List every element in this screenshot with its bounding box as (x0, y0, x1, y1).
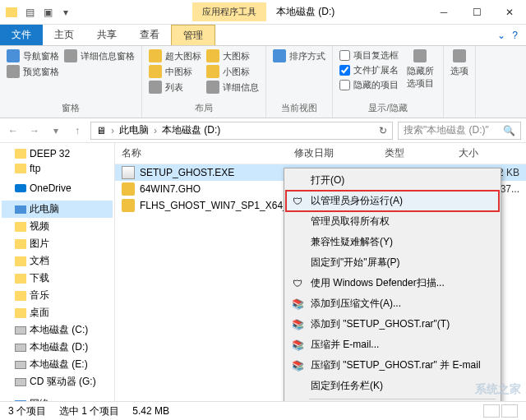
breadcrumb[interactable]: 🖥 › 此电脑 › 本地磁盘 (D:) ↻ (90, 122, 393, 140)
preview-pane-button[interactable]: 预览窗格 (7, 65, 59, 78)
hide-icon (413, 49, 427, 62)
nav-pane-button[interactable]: 导航窗格 (7, 49, 59, 62)
ctx-run-as-admin[interactable]: 🛡以管理员身份运行(A) (286, 191, 499, 211)
chk-item-checkboxes[interactable]: 项目复选框 (339, 49, 399, 62)
layout-large-icon[interactable]: 大图标 (206, 49, 259, 62)
back-button[interactable]: ← (5, 125, 21, 136)
tree-pictures[interactable]: 图片 (2, 235, 113, 252)
ctx-compat-troubleshoot[interactable]: 兼容性疑难解答(Y) (286, 232, 499, 252)
layout-xlarge-icon[interactable]: 超大图标 (149, 49, 201, 62)
ctx-compress-rar-email[interactable]: 📚压缩到 "SETUP_GHOST.rar" 并 E-mail (286, 355, 499, 376)
tree-network[interactable]: 网络 (2, 395, 113, 401)
chk-hidden-items[interactable]: 隐藏的项目 (339, 79, 399, 91)
quick-access-toolbar: ▤ ▣ ▾ (0, 4, 77, 21)
tab-home[interactable]: 主页 (43, 25, 85, 45)
status-bar: 3 个项目 选中 1 个项目 5.42 MB (0, 401, 526, 420)
tree-cd-drive[interactable]: CD 驱动器 (G:) (2, 373, 113, 390)
col-type[interactable]: 类型 (385, 146, 459, 160)
ribbon: 导航窗格 预览窗格 详细信息窗格 窗格 超大图标 中图标 列表 大图标 小图标 … (0, 46, 526, 118)
ribbon-group-panes: 导航窗格 预览窗格 详细信息窗格 窗格 (0, 46, 142, 118)
window-title: 本地磁盘 (D:) (276, 5, 335, 19)
tab-file[interactable]: 文件 (0, 25, 43, 45)
col-size[interactable]: 大小 (459, 146, 519, 160)
options-button[interactable]: 选项 (450, 65, 468, 77)
shield-icon: 🛡 (291, 195, 304, 208)
tree-drive-e[interactable]: 本地磁盘 (E:) (2, 356, 113, 373)
ribbon-group-layout: 超大图标 中图标 列表 大图标 小图标 详细信息 布局 (142, 46, 266, 118)
archive-icon: 📚 (291, 339, 304, 352)
context-tools-label: 应用程序工具 (192, 2, 266, 21)
up-button[interactable]: ↑ (69, 125, 85, 136)
address-bar: ← → ▾ ↑ 🖥 › 此电脑 › 本地磁盘 (D:) ↻ 搜索"本地磁盘 (D… (0, 118, 526, 143)
svg-rect-0 (6, 7, 17, 17)
tree-drive-d[interactable]: 本地磁盘 (D:) (2, 339, 113, 356)
ribbon-group-current: 排序方式 当前视图 (266, 46, 333, 118)
layout-small-icon[interactable]: 小图标 (206, 65, 259, 78)
ctx-take-ownership[interactable]: 管理员取得所有权 (286, 211, 499, 232)
ctx-add-archive[interactable]: 📚添加到压缩文件(A)... (286, 293, 499, 314)
sort-button[interactable]: 排序方式 (273, 49, 325, 62)
archive-icon: 📚 (291, 359, 304, 372)
gho-icon (122, 199, 135, 212)
ctx-separator (309, 399, 496, 399)
ctx-pin-start[interactable]: 固定到"开始"屏幕(P) (286, 252, 499, 273)
recent-dropdown-icon[interactable]: ▾ (48, 125, 64, 136)
layout-medium-icon[interactable]: 中图标 (149, 65, 201, 78)
ctx-compress-email[interactable]: 📚压缩并 E-mail... (286, 335, 499, 355)
maximize-button[interactable]: ☐ (460, 0, 493, 25)
col-name[interactable]: 名称 (122, 146, 294, 160)
tree-ftp[interactable]: ftp (2, 161, 113, 176)
view-icons-button[interactable] (501, 404, 518, 418)
view-details-button[interactable] (483, 404, 500, 418)
expand-ribbon-icon[interactable]: ⌄ (497, 30, 505, 41)
title-bar: ▤ ▣ ▾ 应用程序工具 本地磁盘 (D:) ─ ☐ ✕ (0, 0, 526, 25)
status-size: 5.42 MB (132, 405, 169, 417)
chk-file-ext[interactable]: 文件扩展名 (339, 64, 399, 76)
search-placeholder: 搜索"本地磁盘 (D:)" (404, 123, 489, 137)
forward-button[interactable]: → (26, 125, 43, 136)
col-date[interactable]: 修改日期 (294, 146, 385, 160)
tree-docs[interactable]: 文档 (2, 252, 113, 270)
defender-icon: 🛡 (291, 277, 304, 290)
ctx-add-rar[interactable]: 📚添加到 "SETUP_GHOST.rar"(T) (286, 314, 499, 335)
crumb-pc[interactable]: 此电脑 (119, 123, 149, 137)
ctx-open[interactable]: 打开(O) (286, 170, 499, 191)
minimize-button[interactable]: ─ (427, 0, 460, 25)
qat-dropdown-icon[interactable]: ▾ (58, 4, 74, 21)
tab-share[interactable]: 共享 (85, 25, 128, 45)
tree-desktop[interactable]: 桌面 (2, 304, 113, 321)
tree-this-pc[interactable]: 此电脑 (2, 201, 113, 218)
nav-tree[interactable]: DEEP 32 ftp OneDrive 此电脑 视频 图片 文档 下载 音乐 … (0, 143, 115, 401)
status-selection: 选中 1 个项目 (59, 404, 119, 418)
layout-details[interactable]: 详细信息 (206, 81, 259, 94)
refresh-icon[interactable]: ↻ (379, 125, 387, 136)
column-headers[interactable]: 名称 修改日期 类型 大小 (115, 143, 526, 164)
tab-manage[interactable]: 管理 (171, 25, 215, 45)
ctx-defender-scan[interactable]: 🛡使用 Windows Defender扫描... (286, 273, 499, 293)
tree-drive-c[interactable]: 本地磁盘 (C:) (2, 321, 113, 339)
archive-icon: 📚 (291, 318, 304, 331)
tab-view[interactable]: 查看 (128, 25, 171, 45)
ribbon-tabs: 文件 主页 共享 查看 管理 ⌄ ? (0, 25, 526, 46)
properties-icon[interactable]: ▤ (21, 4, 38, 21)
pc-icon: 🖥 (96, 125, 106, 136)
archive-icon: 📚 (291, 298, 304, 311)
exe-icon (122, 166, 135, 179)
options-icon (453, 49, 466, 62)
search-input[interactable]: 搜索"本地磁盘 (D:)" 🔍 (398, 122, 521, 140)
tree-onedrive[interactable]: OneDrive (2, 181, 113, 196)
tree-music[interactable]: 音乐 (2, 287, 113, 304)
help-icon[interactable]: ? (512, 30, 518, 41)
tree-video[interactable]: 视频 (2, 218, 113, 235)
close-button[interactable]: ✕ (493, 0, 526, 25)
tree-downloads[interactable]: 下载 (2, 270, 113, 287)
ribbon-group-showhide: 项目复选框 文件扩展名 隐藏的项目 隐藏所选项目 显示/隐藏 (333, 46, 444, 118)
tree-deep32[interactable]: DEEP 32 (2, 146, 113, 161)
details-pane-button[interactable]: 详细信息窗格 (64, 49, 135, 62)
crumb-drive[interactable]: 本地磁盘 (D:) (162, 123, 220, 137)
ribbon-group-options: 选项 (444, 46, 476, 118)
layout-list[interactable]: 列表 (149, 81, 201, 94)
ctx-pin-taskbar[interactable]: 固定到任务栏(K) (286, 376, 499, 396)
hide-selected-button[interactable]: 隐藏所选项目 (404, 65, 436, 90)
new-folder-icon[interactable]: ▣ (39, 4, 56, 21)
